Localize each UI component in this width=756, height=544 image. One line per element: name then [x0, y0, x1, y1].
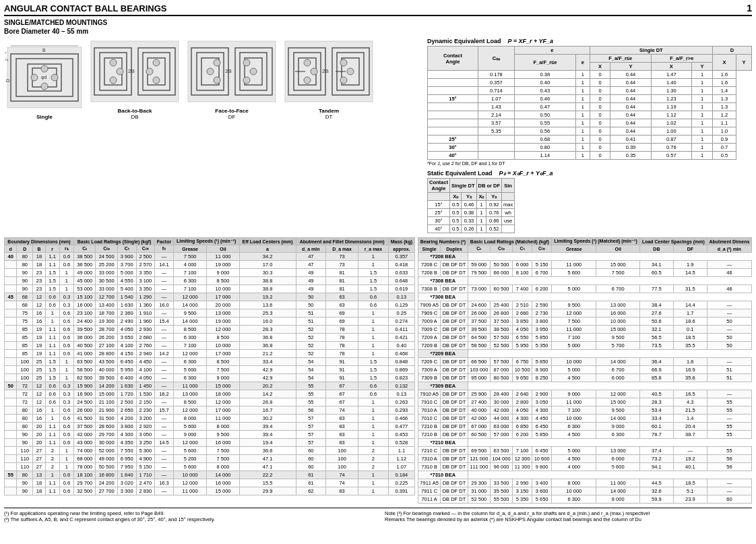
left-cell: 1.1 [45, 431, 59, 439]
left-cell: 19 [33, 326, 45, 334]
th-y0-db: Y₀ [486, 193, 502, 201]
svg-point-7 [41, 83, 48, 90]
dynamic-cell: 0.50 [514, 111, 575, 119]
left-cell: 52 [296, 342, 326, 350]
left-cell: 0.6 [59, 350, 73, 358]
left-cell: 0.633 [388, 269, 414, 277]
left-cell: 57 [296, 439, 326, 447]
left-cell: 0.6 [59, 479, 73, 487]
right-cell: 24 600 [468, 301, 490, 309]
th-basic-matched: Basic Load Ratings (Matched) (kgf) [468, 238, 551, 245]
left-cell: 29 700 [96, 431, 117, 439]
left-cell: 0.13 [388, 293, 414, 301]
left-cell: 20 [33, 423, 45, 431]
left-cell: 15.5 [239, 479, 296, 487]
left-cell: 14.2 [155, 350, 174, 358]
left-cell: 25 [33, 358, 45, 366]
th-abutment-r: Abutment Dimens [707, 238, 751, 245]
left-cell: 1.5 [45, 374, 59, 382]
dynamic-cell-angle [428, 71, 478, 79]
left-cell [5, 398, 17, 406]
static-cell: 0.33 [462, 217, 476, 225]
left-cell: 85 [17, 326, 33, 334]
left-cell: 55 [296, 382, 326, 390]
right-cell: 40.1 [673, 463, 707, 471]
left-cell: 0.6 [45, 293, 59, 301]
right-table-row: *7308 BEA [418, 277, 752, 285]
left-cell: 68 [17, 301, 33, 309]
right-cell: 9 000 [596, 423, 640, 431]
left-cell: 12 000 [173, 350, 207, 358]
left-cell: 1 [358, 487, 389, 495]
left-cell: 3 650 [117, 334, 136, 342]
right-table-row: 7208 BDB DF DT79 50066 0008 1006 7005 60… [418, 269, 752, 277]
left-cell: 10 000 [207, 342, 239, 350]
th-sin: Sin [502, 179, 515, 193]
left-cell: 33 000 [96, 269, 117, 277]
left-cell: 73 [326, 261, 358, 269]
left-cell: 72 [17, 390, 33, 398]
left-cell: 0.3 [59, 382, 73, 390]
right-cell: 7209 B [418, 342, 441, 350]
right-cell: 29 300 [468, 479, 490, 487]
dynamic-cell: 0.80 [514, 144, 575, 152]
dynamic-cell: 0.39 [610, 144, 651, 152]
left-cell: 55 [296, 398, 326, 406]
right-cell: 36.4 [639, 358, 673, 366]
left-cell: 1.1 [45, 479, 59, 487]
left-cell: 8 000 [207, 463, 239, 471]
diagram-df: 2B Face-to-Face DF [185, 38, 279, 120]
static-row: 25°0.50.3810.76wh [428, 209, 515, 217]
right-cell: 60.5 [639, 269, 673, 277]
left-cell: 80 [17, 253, 33, 261]
left-cell: — [155, 366, 174, 374]
left-cell: 14 000 [207, 471, 239, 479]
right-table-row: 7010 CDB DF DT42 00044 0004 3004 45010 0… [418, 415, 752, 423]
right-table-row: *7308 BEA [418, 293, 752, 301]
left-cell: 20.2 [239, 382, 296, 390]
left-cell: 1.12 [388, 455, 414, 463]
left-cell: 1 960 [136, 318, 155, 326]
right-table-row: 7309 BDB DF DT95 00080 5009 6508 2504 50… [418, 374, 752, 382]
left-cell: 23 [33, 285, 45, 293]
dynamic-cell: 1.02 [651, 119, 692, 127]
left-cell: 2 [45, 455, 59, 463]
left-cell: 72 [17, 382, 33, 390]
right-cell: 5 700 [596, 342, 640, 350]
right-table-row: 7310 ADB DF DT121 000104 00012 30010 600… [418, 455, 752, 463]
th-factor: Factor [155, 238, 174, 245]
dynamic-load-title: Dynamic Equivalent Load P = XF_r + YF_a [427, 38, 752, 44]
right-cell: 9 500 [552, 301, 596, 309]
dt-bearing-svg: 2B [282, 38, 376, 105]
right-table-row: *7309 BEA [418, 382, 752, 390]
left-cell: 85 [17, 334, 33, 342]
left-cell: 50 [296, 301, 326, 309]
left-cell: 39.4 [239, 423, 296, 431]
left-cell: 1 290 [136, 293, 155, 301]
right-cell: 44 000 [490, 415, 512, 423]
dynamic-cell: 0.87 [651, 135, 692, 144]
th-y: Y [736, 55, 752, 71]
svg-point-55 [340, 77, 347, 84]
left-cell: 28 800 [96, 350, 117, 358]
dynamic-cell: 1.19 [651, 103, 692, 111]
diagram-df-sublabel: DF [185, 114, 279, 120]
dynamic-cell: 0.40 [514, 79, 575, 87]
left-cell: 18 [33, 253, 45, 261]
dynamic-cell: 1.3 [713, 95, 736, 103]
left-cell: 52 [296, 334, 326, 342]
left-cell: 5 600 [173, 463, 207, 471]
dynamic-cell: 0.44 [610, 79, 651, 87]
left-cell: 2 920 [136, 423, 155, 431]
static-cell: 0.5 [449, 225, 461, 233]
right-cell: — [707, 261, 751, 269]
db-bearing-svg: 2B [88, 38, 182, 105]
left-cell: 7 500 [173, 253, 207, 261]
left-cell: 1 [45, 471, 59, 479]
th-abutment: Abutment and Fillet Dimensions (mm) [296, 238, 388, 245]
dynamic-cell: 0.44 [610, 95, 651, 103]
th-e-val: e [575, 55, 590, 71]
left-cell: 1 [358, 431, 389, 439]
left-cell: 1 [358, 398, 389, 406]
static-cell: 25° [428, 209, 450, 217]
